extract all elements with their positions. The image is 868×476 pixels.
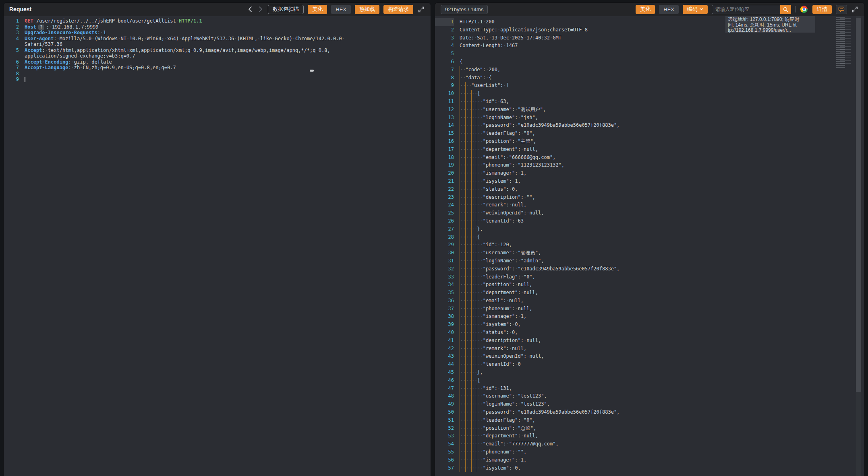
line-number: 51 <box>435 416 454 424</box>
code-line: 22········"status":·0, <box>435 185 864 194</box>
code-line: 49········"loginName":·"test123", <box>435 400 864 408</box>
line-number: 30 <box>435 249 454 257</box>
line-number: 27 <box>435 225 454 233</box>
search-icon <box>783 7 788 12</box>
request-hex-button[interactable]: HEX <box>331 5 351 14</box>
code-line: 52········"position":·"总监", <box>435 424 864 433</box>
line-number: 3 <box>4 30 19 36</box>
line-number: 50 <box>435 408 454 416</box>
line-number: 18 <box>435 154 454 162</box>
response-fullscreen-icon[interactable] <box>851 6 859 13</box>
line-number: 24 <box>435 201 454 209</box>
open-in-chrome-button[interactable] <box>800 5 808 14</box>
response-hex-button[interactable]: HEX <box>659 5 679 14</box>
encode-dropdown-button[interactable]: 编码 <box>683 5 708 14</box>
code-line: 54········"email":·"7777777@qq.com", <box>435 440 864 448</box>
line-number: 34 <box>435 281 454 289</box>
line-number: 33 <box>435 273 454 281</box>
response-code-lines: 1HTTP/1.1·2002Content-Type:·application/… <box>435 18 864 472</box>
code-line: 6Accept-Encoding:·gzip,·deflate <box>4 59 431 65</box>
tooltip-line: 间: 14ms; 总耗时: 15ms; URL:ht <box>728 23 813 28</box>
code-line: 20········"ismanager":·1, <box>435 169 864 177</box>
line-number: 25 <box>435 209 454 217</box>
build-request-button[interactable]: 构造请求 <box>383 5 413 14</box>
line-number: 15 <box>435 130 454 138</box>
code-line: 42········"remark":·null, <box>435 345 864 353</box>
line-number: 29 <box>435 241 454 249</box>
code-line: 47········"id":·131, <box>435 385 864 393</box>
code-line: 37········"phonenum":·null, <box>435 305 864 313</box>
line-number: 16 <box>435 138 454 146</box>
line-number: 57 <box>435 464 454 472</box>
response-beautify-button[interactable]: 美化 <box>636 5 655 14</box>
code-line: 15········"leaderFlag":·"0", <box>435 130 864 138</box>
line-number: 45 <box>435 369 454 377</box>
line-number: 12 <box>435 106 454 114</box>
line-number: 1 <box>4 18 19 24</box>
code-line: 31········"loginName":·"admin", <box>435 257 864 265</box>
code-line: 32········"password":·"e10adc3949ba59abb… <box>435 265 864 273</box>
line-number: 37 <box>435 305 454 313</box>
code-line: 6{ <box>435 58 864 66</box>
hot-reload-button[interactable]: 热加载 <box>355 5 379 14</box>
comment-button[interactable] <box>836 5 847 14</box>
line-number: 6 <box>4 59 19 65</box>
line-number: 55 <box>435 448 454 456</box>
code-line: application/signed-exchange;v=b3;q=0.7 <box>4 53 431 59</box>
code-minimap[interactable] <box>836 17 852 68</box>
line-number <box>4 53 19 59</box>
request-panel-header: Request 数据包扫描 美化 HEX 热加载 构造请求 <box>4 3 431 16</box>
line-number: 17 <box>435 146 454 154</box>
line-number: 8 <box>435 74 454 82</box>
line-number: 4 <box>4 36 19 42</box>
request-editor[interactable]: 1GET·/user/register/../../jshERP-boot/us… <box>4 16 431 476</box>
line-number: 11 <box>435 98 454 106</box>
line-number: 19 <box>435 161 454 169</box>
code-line: 27······}, <box>435 225 864 233</box>
line-number: 31 <box>435 257 454 265</box>
request-scrollbar-handle[interactable] <box>310 70 314 72</box>
response-info-tooltip: 远端地址: 127.0.0.1:7890; 响应时 间: 14ms; 总耗时: … <box>725 16 815 33</box>
code-line: 4User-Agent:·Mozilla/5.0·(Windows·NT·10.… <box>4 36 431 42</box>
code-line: 34········"position":·null, <box>435 281 864 289</box>
code-line: 24········"remark":·null, <box>435 201 864 209</box>
details-button[interactable]: 详情 <box>812 5 832 14</box>
code-line: 21········"isystem":·1, <box>435 177 864 185</box>
search-button[interactable] <box>780 5 791 14</box>
response-panel: 921bytes / 14ms 美化 HEX 编码 详 <box>435 2 865 476</box>
code-line: 5 <box>435 50 864 58</box>
code-line: 44········"tenantId":·0 <box>435 361 864 369</box>
code-line: 28······{ <box>435 233 864 241</box>
line-number <box>4 41 19 47</box>
code-line: 57········"isystem":·0, <box>435 464 864 472</box>
line-number: 13 <box>435 114 454 122</box>
line-number: 9 <box>435 82 454 90</box>
line-number: 36 <box>435 297 454 305</box>
toolbar-divider <box>795 6 795 12</box>
chrome-icon <box>800 6 808 13</box>
code-line: 41········"description":·null, <box>435 337 864 345</box>
code-line: 13········"loginName":·"jsh", <box>435 114 864 122</box>
line-number: 6 <box>435 58 454 66</box>
line-number: 3 <box>435 34 454 42</box>
response-stats-badge: 921bytes / 14ms <box>441 5 488 14</box>
code-line: 35········"department":·null, <box>435 289 864 297</box>
locate-response-input[interactable] <box>712 5 780 14</box>
history-forward-icon[interactable] <box>257 6 264 13</box>
request-beautify-button[interactable]: 美化 <box>308 5 327 14</box>
request-fullscreen-icon[interactable] <box>417 6 425 13</box>
line-number: 39 <box>435 321 454 329</box>
history-back-icon[interactable] <box>247 6 253 13</box>
line-number: 43 <box>435 352 454 361</box>
code-line: 2Host?:·192.168.1.7:9999 <box>4 24 431 30</box>
line-number: 5 <box>4 47 19 54</box>
line-number: 44 <box>435 361 454 369</box>
code-line: 50········"password":·"e10adc3949ba59abb… <box>435 408 864 416</box>
line-number: 23 <box>435 194 454 202</box>
code-line: 9····"userList":·[ <box>435 82 864 90</box>
response-editor[interactable]: 1HTTP/1.1·2002Content-Type:·application/… <box>435 16 864 476</box>
text-cursor <box>25 77 25 82</box>
packet-scan-button[interactable]: 数据包扫描 <box>268 5 304 14</box>
code-line: 48········"username":·"test123", <box>435 392 864 400</box>
scrollbar-handle[interactable] <box>856 18 861 392</box>
